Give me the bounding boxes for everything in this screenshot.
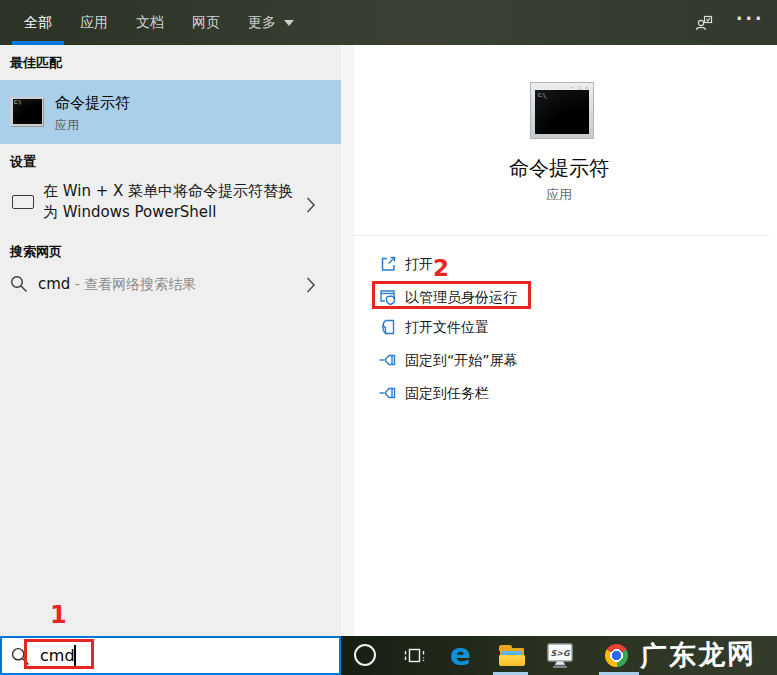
detail-app-subtitle: 应用 bbox=[341, 186, 777, 204]
file-explorer-icon[interactable] bbox=[499, 645, 525, 666]
feedback-icon[interactable] bbox=[695, 14, 713, 32]
detail-app-title: 命令提示符 bbox=[341, 155, 777, 182]
annotation-box-search-query bbox=[24, 639, 94, 669]
pin-icon bbox=[378, 350, 398, 370]
task-view-icon[interactable] bbox=[404, 645, 425, 666]
open-icon bbox=[378, 254, 398, 274]
web-search-suffix: - 查看网络搜索结果 bbox=[70, 276, 196, 292]
tab-web-label: 网页 bbox=[192, 14, 220, 32]
tab-all-label: 全部 bbox=[24, 14, 52, 32]
cmd-app-icon: C:\ bbox=[10, 97, 43, 126]
more-options-icon[interactable]: ··· bbox=[736, 9, 764, 29]
annotation-box-run-as-admin bbox=[372, 281, 531, 309]
best-match-header: 最佳匹配 bbox=[10, 54, 62, 72]
tab-apps-label: 应用 bbox=[80, 14, 108, 32]
action-pin-to-taskbar[interactable]: 固定到任务栏 bbox=[341, 379, 777, 409]
search-results-panel: 最佳匹配 C:\ 命令提示符 应用 设置 在 Win + X 菜单中将命令提示符… bbox=[0, 45, 341, 636]
tab-more[interactable]: 更多 bbox=[236, 0, 306, 45]
action-open[interactable]: 打开 bbox=[341, 250, 777, 280]
result-settings-winx-powershell[interactable]: 在 Win + X 菜单中将命令提示符替换为 Windows PowerShel… bbox=[0, 177, 341, 237]
cortana-icon[interactable] bbox=[354, 644, 376, 666]
annotation-step-1: 1 bbox=[50, 601, 67, 629]
taskbar: e S>G 广东龙网 bbox=[341, 636, 777, 675]
edge-icon[interactable]: e bbox=[450, 639, 471, 670]
result-subtitle: 应用 bbox=[55, 117, 79, 134]
search-filter-tabs: 全部 应用 文档 网页 更多 ··· bbox=[0, 0, 777, 45]
tab-all[interactable]: 全部 bbox=[12, 0, 64, 45]
search-icon bbox=[10, 275, 28, 293]
chevron-right-icon[interactable] bbox=[306, 276, 316, 294]
action-open-label: 打开 bbox=[405, 256, 433, 274]
result-command-prompt[interactable]: C:\ 命令提示符 应用 bbox=[0, 80, 341, 144]
settings-result-label: 在 Win + X 菜单中将命令提示符替换为 Windows PowerShel… bbox=[43, 181, 297, 223]
cmd-app-icon-large: — □ × C:\_ bbox=[530, 82, 594, 139]
result-title: 命令提示符 bbox=[55, 94, 130, 113]
screentogif-label: S>G bbox=[550, 649, 570, 658]
action-pin-to-start[interactable]: 固定到“开始”屏幕 bbox=[341, 346, 777, 376]
chevron-right-icon[interactable] bbox=[306, 196, 316, 214]
tab-web[interactable]: 网页 bbox=[180, 0, 232, 45]
tab-documents[interactable]: 文档 bbox=[124, 0, 176, 45]
cmd-icon-prompt-text: C:\_ bbox=[538, 93, 547, 98]
cmd-icon-prompt-text: C:\ bbox=[14, 100, 21, 105]
action-pin-to-taskbar-label: 固定到任务栏 bbox=[405, 385, 489, 403]
result-web-search-cmd[interactable]: cmd - 查看网络搜索结果 bbox=[0, 267, 341, 303]
search-web-header: 搜索网页 bbox=[10, 243, 62, 261]
result-detail-panel: — □ × C:\_ 命令提示符 应用 打开 bbox=[341, 45, 777, 636]
tab-documents-label: 文档 bbox=[136, 14, 164, 32]
file-location-icon bbox=[378, 317, 398, 337]
action-open-file-location[interactable]: 打开文件位置 bbox=[341, 313, 777, 343]
tab-more-label: 更多 bbox=[248, 14, 276, 32]
tab-apps[interactable]: 应用 bbox=[68, 0, 120, 45]
window-icon bbox=[12, 195, 34, 209]
annotation-step-2: 2 bbox=[433, 255, 449, 281]
detail-divider bbox=[354, 235, 769, 236]
action-open-file-location-label: 打开文件位置 bbox=[405, 319, 489, 337]
chevron-down-icon bbox=[284, 20, 294, 26]
web-search-query: cmd bbox=[38, 275, 70, 293]
windows-search-flyout: 全部 应用 文档 网页 更多 ··· 最佳匹配 bbox=[0, 0, 777, 675]
settings-header: 设置 bbox=[10, 153, 36, 171]
web-search-label: cmd - 查看网络搜索结果 bbox=[38, 275, 196, 294]
screentogif-icon[interactable]: S>G bbox=[545, 642, 575, 669]
watermark-text: 广东龙网 bbox=[640, 635, 757, 674]
chrome-icon[interactable] bbox=[605, 644, 628, 667]
pin-icon bbox=[378, 383, 398, 403]
action-pin-to-start-label: 固定到“开始”屏幕 bbox=[405, 352, 518, 370]
